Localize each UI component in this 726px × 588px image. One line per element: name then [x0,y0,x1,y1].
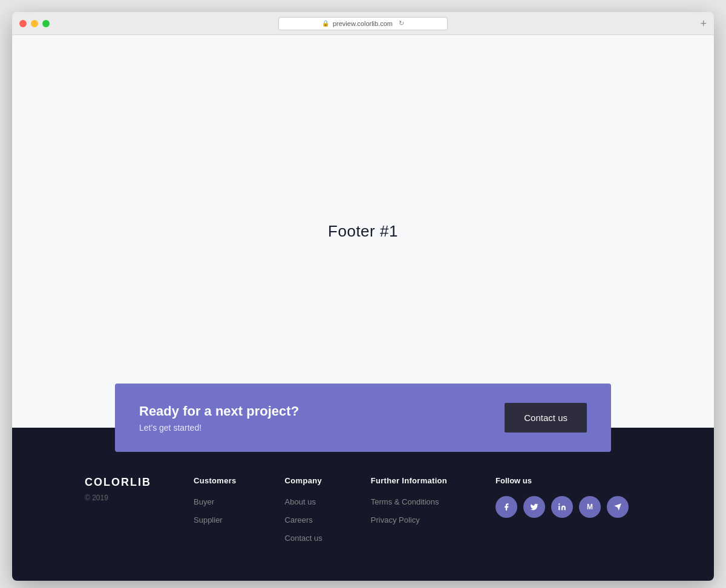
cta-banner: Ready for a next project? Let's get star… [115,384,611,452]
page-content: Footer #1 Ready for a next project? Let'… [12,35,714,581]
col-company-heading: Company [285,476,322,485]
cta-section: Ready for a next project? Let's get star… [115,384,611,452]
url-bar[interactable]: 🔒 preview.colorlib.com ↻ [278,17,448,30]
buyer-link[interactable]: Buyer [194,497,214,506]
careers-link[interactable]: Careers [285,515,313,524]
list-item: Contact us [285,532,322,543]
titlebar: 🔒 preview.colorlib.com ↻ + [12,12,714,35]
list-item: About us [285,496,322,507]
cta-text: Ready for a next project? Let's get star… [139,403,299,433]
minimize-button[interactable] [31,20,38,27]
list-item: Privacy Policy [371,514,447,525]
main-area: Footer #1 Ready for a next project? Let'… [12,35,714,428]
col-customers-links: Buyer Supplier [194,496,237,525]
list-item: Supplier [194,514,237,525]
follow-heading: Follow us [495,476,629,485]
footer-col-further-info: Further Information Terms & Conditions P… [371,476,447,550]
privacy-policy-link[interactable]: Privacy Policy [371,515,420,524]
traffic-lights [19,20,50,27]
medium-icon[interactable]: M [579,496,601,518]
contact-us-footer-link[interactable]: Contact us [285,534,322,543]
col-further-links: Terms & Conditions Privacy Policy [371,496,447,525]
close-button[interactable] [19,20,27,27]
facebook-icon[interactable] [495,496,517,518]
linkedin-icon[interactable] [551,496,573,518]
footer-col-company: Company About us Careers Contact us [285,476,322,550]
list-item: Careers [285,514,322,525]
col-customers-heading: Customers [194,476,237,485]
maximize-button[interactable] [42,20,50,27]
list-item: Buyer [194,496,237,507]
about-us-link[interactable]: About us [285,497,316,506]
brand-name: COLORLIB [85,476,157,489]
cta-heading: Ready for a next project? [139,403,299,419]
footer-brand: COLORLIB © 2019 [85,476,157,502]
footer-columns: Customers Buyer Supplier Company About u… [194,476,641,550]
refresh-icon[interactable]: ↻ [399,19,404,27]
social-icons: M [495,496,629,518]
footer-col-customers: Customers Buyer Supplier [194,476,237,550]
terms-conditions-link[interactable]: Terms & Conditions [371,497,439,506]
contact-us-button[interactable]: Contact us [505,403,587,433]
footer-col-follow: Follow us M [495,476,629,550]
browser-window: 🔒 preview.colorlib.com ↻ + Footer #1 Rea… [12,12,714,581]
col-further-heading: Further Information [371,476,447,485]
page-title: Footer #1 [328,222,398,241]
twitter-icon[interactable] [523,496,545,518]
add-tab-button[interactable]: + [700,18,707,29]
brand-copyright: © 2019 [85,494,157,502]
supplier-link[interactable]: Supplier [194,515,223,524]
svg-point-0 [558,503,560,505]
list-item: Terms & Conditions [371,496,447,507]
cta-subtext: Let's get started! [139,423,299,433]
col-company-links: About us Careers Contact us [285,496,322,543]
lock-icon: 🔒 [322,20,329,27]
telegram-icon[interactable] [607,496,629,518]
url-text: preview.colorlib.com [333,20,393,27]
